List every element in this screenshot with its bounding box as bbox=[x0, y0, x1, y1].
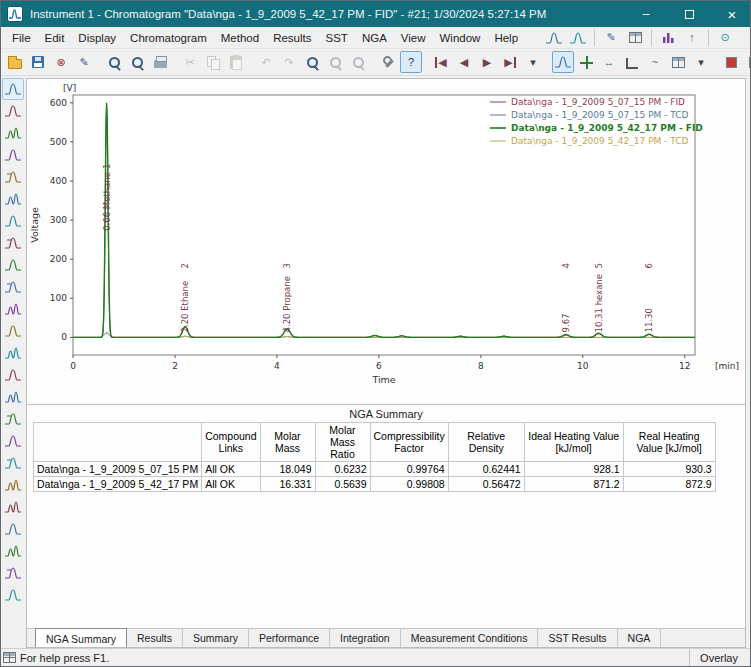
open-chromatogram-button[interactable] bbox=[4, 51, 26, 73]
table-row[interactable]: Data\nga - 1_9_2009 5_42_17 PMAll OK16.3… bbox=[34, 477, 716, 492]
tab-integration[interactable]: Integration bbox=[330, 629, 401, 647]
signal-tool-icon-9[interactable] bbox=[2, 254, 24, 276]
signal-tool-icon-21[interactable] bbox=[2, 518, 24, 540]
last-chromatogram-button[interactable]: ▶ bbox=[499, 51, 521, 73]
table-columns-dropdown[interactable]: ▾ bbox=[690, 51, 712, 73]
signal-tool-icon-7[interactable] bbox=[2, 210, 24, 232]
zoom-graph-button[interactable] bbox=[103, 51, 125, 73]
tab-measurement-conditions[interactable]: Measurement Conditions bbox=[401, 629, 539, 647]
tab-results[interactable]: Results bbox=[127, 629, 183, 647]
legend-entry: Data\nga - 1_9_2009 5_42_17 PM - TCD bbox=[511, 136, 689, 146]
scale-overlay-button[interactable]: ↔ bbox=[598, 51, 620, 73]
previous-chromatogram-button[interactable]: ◀ bbox=[453, 51, 475, 73]
signal-tool-icon-17[interactable] bbox=[2, 430, 24, 452]
first-chromatogram-button[interactable]: ◀ bbox=[430, 51, 452, 73]
clock-icon-icon: ⊙ bbox=[720, 32, 729, 43]
properties-button[interactable] bbox=[377, 51, 399, 73]
chromatogram-plot[interactable]: 0100200300400500600[V]Voltage024681012Ti… bbox=[27, 79, 742, 401]
nga-summary-table[interactable]: Compound LinksMolar MassMolar Mass Ratio… bbox=[33, 422, 716, 492]
signal-tool-icon-6[interactable] bbox=[2, 188, 24, 210]
menu-view[interactable]: View bbox=[394, 29, 433, 47]
signal-tool-icon-23[interactable] bbox=[2, 562, 24, 584]
minimize-icon: – bbox=[643, 7, 650, 21]
table-row[interactable]: Data\nga - 1_9_2009 5_07_15 PMAll OK18.0… bbox=[34, 462, 716, 477]
chromatogram-panel[interactable]: 0100200300400500600[V]Voltage024681012Ti… bbox=[26, 78, 746, 405]
signal-tool-icon-16[interactable] bbox=[2, 408, 24, 430]
status-bar: For help press F1. Overlay bbox=[1, 648, 750, 666]
report-setup-button[interactable]: ✎ bbox=[73, 51, 95, 73]
tab-performance[interactable]: Performance bbox=[249, 629, 330, 647]
table-cell: 928.1 bbox=[524, 462, 623, 477]
tab-nga[interactable]: NGA bbox=[618, 629, 662, 647]
zoom-in-button[interactable] bbox=[301, 51, 323, 73]
undo-icon: ↶ bbox=[261, 57, 270, 68]
menu-results[interactable]: Results bbox=[266, 29, 318, 47]
signal-tool-icon-8[interactable] bbox=[2, 232, 24, 254]
signal-button[interactable]: ~ bbox=[644, 51, 666, 73]
signal-tool-icon-24[interactable] bbox=[2, 584, 24, 606]
menu-method[interactable]: Method bbox=[214, 29, 266, 47]
close-button[interactable]: × bbox=[714, 1, 750, 27]
peak-label: 4.20 Propane bbox=[282, 276, 292, 332]
redo-button: ↷ bbox=[278, 51, 300, 73]
table-cell: All OK bbox=[202, 462, 260, 477]
tab-sst-results[interactable]: SST Results bbox=[538, 629, 617, 647]
close-chromatogram-button[interactable]: ⊗ bbox=[50, 51, 72, 73]
svg-text:8: 8 bbox=[478, 361, 484, 371]
signal-tool-icon-11[interactable] bbox=[2, 298, 24, 320]
chromatogram-list-dropdown[interactable]: ▾ bbox=[522, 51, 544, 73]
signal-tool-icon-10[interactable] bbox=[2, 276, 24, 298]
signal-tool-icon-2[interactable] bbox=[2, 100, 24, 122]
overlay-mode-toggle[interactable] bbox=[552, 51, 574, 73]
table-columns-button[interactable] bbox=[667, 51, 689, 73]
signal-tool-icon-12[interactable] bbox=[2, 320, 24, 342]
results-table-icon-icon bbox=[629, 32, 642, 43]
chart-monitor-icon[interactable] bbox=[567, 27, 589, 49]
signal-tool-icon-3[interactable] bbox=[2, 122, 24, 144]
signal-tool-icon-18[interactable] bbox=[2, 452, 24, 474]
common-axes-button[interactable] bbox=[621, 51, 643, 73]
menu-display[interactable]: Display bbox=[71, 29, 123, 47]
menu-window[interactable]: Window bbox=[433, 29, 488, 47]
minimize-button[interactable]: – bbox=[628, 1, 664, 27]
panel-caption: NGA Summary bbox=[27, 405, 745, 422]
menu-bar: FileEditDisplayChromatogramMethodResults… bbox=[1, 27, 750, 49]
signal-tool-icon-22[interactable] bbox=[2, 540, 24, 562]
copy-icon bbox=[207, 56, 219, 69]
menu-sst[interactable]: SST bbox=[319, 29, 355, 47]
chart-pen-icon[interactable]: ✎ bbox=[600, 27, 622, 49]
results-table-icon[interactable] bbox=[624, 27, 646, 49]
help-button[interactable]: ? bbox=[400, 51, 422, 73]
save-chromatogram-button[interactable] bbox=[27, 51, 49, 73]
signal-tool-icon-13[interactable] bbox=[2, 342, 24, 364]
toolbar: ⊗✎✂↶↷?◀◀▶▶▾↔~▾••— bbox=[1, 49, 750, 76]
legend-entry: Data\nga - 1_9_2009 5_07_15 PM - FID bbox=[511, 97, 685, 107]
print-preview-button[interactable] bbox=[126, 51, 148, 73]
color-red-swatch[interactable] bbox=[720, 51, 742, 73]
signal-tool-icon-20[interactable] bbox=[2, 496, 24, 518]
tab-summary[interactable]: Summary bbox=[183, 629, 249, 647]
tab-nga-summary[interactable]: NGA Summary bbox=[35, 628, 127, 647]
menu-file[interactable]: File bbox=[5, 29, 38, 47]
next-chromatogram-button[interactable]: ▶ bbox=[476, 51, 498, 73]
menu-edit[interactable]: Edit bbox=[38, 29, 72, 47]
signal-tool-icon-1[interactable] bbox=[2, 78, 24, 100]
signal-tool-icon-4[interactable] bbox=[2, 144, 24, 166]
signal-tool-icon-19[interactable] bbox=[2, 474, 24, 496]
cut-icon: ✂ bbox=[185, 57, 194, 68]
menu-chromatogram[interactable]: Chromatogram bbox=[123, 29, 214, 47]
signal-tool-icon-14[interactable] bbox=[2, 364, 24, 386]
menu-help[interactable]: Help bbox=[487, 29, 525, 47]
scale-overlay-icon: ↔ bbox=[604, 57, 615, 68]
signal-tool-icon-15[interactable] bbox=[2, 386, 24, 408]
print-button[interactable] bbox=[149, 51, 171, 73]
chart-window-icon[interactable] bbox=[543, 27, 565, 49]
column-chart-icon[interactable] bbox=[657, 27, 679, 49]
color-multi-swatch[interactable] bbox=[743, 51, 751, 73]
clock-icon[interactable]: ⊙ bbox=[714, 27, 736, 49]
up-arrow-icon[interactable]: ↑ bbox=[681, 27, 703, 49]
move-overlay-button[interactable] bbox=[575, 51, 597, 73]
maximize-button[interactable] bbox=[671, 1, 707, 27]
signal-tool-icon-5[interactable] bbox=[2, 166, 24, 188]
menu-nga[interactable]: NGA bbox=[355, 29, 394, 47]
